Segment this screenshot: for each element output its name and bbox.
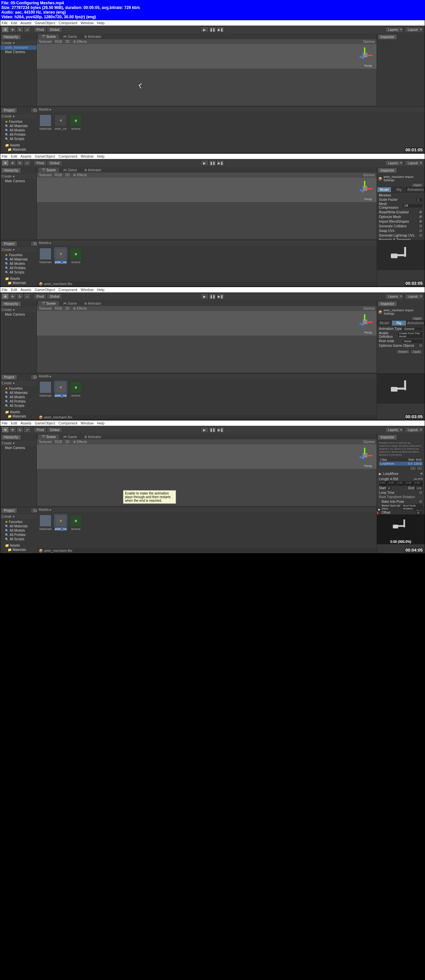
- fav-models[interactable]: 🔍All Models: [1, 528, 36, 533]
- animation-preview[interactable]: 0:00 (000.0%): [377, 514, 425, 544]
- menu-component[interactable]: Component: [58, 288, 77, 292]
- menu-edit[interactable]: Edit: [11, 421, 17, 425]
- fav-models[interactable]: 🔍All Models: [1, 128, 36, 132]
- bake-pose-checkbox[interactable]: [419, 500, 423, 503]
- lightmap-checkbox[interactable]: [419, 233, 423, 237]
- favorites-folder[interactable]: ★Favorites: [1, 386, 36, 391]
- menu-assets[interactable]: Assets: [21, 421, 32, 425]
- menu-assets[interactable]: Assets: [21, 21, 32, 25]
- persp-label[interactable]: Persp: [364, 197, 372, 201]
- start-input[interactable]: 0: [387, 487, 391, 490]
- effects-dropdown[interactable]: Effects: [77, 440, 87, 444]
- move-tool[interactable]: ✢: [9, 27, 16, 32]
- scene-viewport[interactable]: Persp: [37, 44, 377, 105]
- based-upon-dropdown[interactable]: Root Node Rotation: [402, 504, 423, 510]
- step-button[interactable]: ▶❚: [216, 160, 224, 166]
- hierarchy-item-camera[interactable]: Main Camera: [0, 179, 36, 183]
- animations-tab[interactable]: Animations: [406, 187, 425, 192]
- menu-gameobject[interactable]: GameObject: [35, 288, 56, 292]
- project-create[interactable]: Create: [2, 115, 12, 118]
- fav-models[interactable]: 🔍All Models: [1, 261, 36, 266]
- hand-tool[interactable]: ✥: [2, 27, 9, 32]
- colliders-checkbox[interactable]: [419, 224, 423, 228]
- step-button[interactable]: ▶❚: [216, 27, 224, 32]
- revert-button[interactable]: Revert: [396, 350, 410, 354]
- menu-help[interactable]: Help: [97, 288, 105, 292]
- hand-tool[interactable]: ✥: [2, 427, 9, 433]
- project-tab[interactable]: Project: [1, 374, 17, 380]
- animator-tab[interactable]: ⚙ Animator: [81, 168, 105, 173]
- step-button[interactable]: ▶❚: [216, 293, 224, 299]
- gizmos-dropdown[interactable]: Gizmos: [363, 440, 374, 444]
- scene-viewport[interactable]: Persp: [37, 444, 377, 506]
- shading-mode[interactable]: Textured: [39, 307, 51, 310]
- game-tab[interactable]: 🎮 Game: [60, 34, 80, 39]
- create-dropdown[interactable]: Create: [2, 441, 12, 445]
- fav-prefabs[interactable]: 🔍All Prefabs: [1, 132, 36, 137]
- layers-dropdown[interactable]: Layers: [385, 27, 403, 32]
- rotate-tool[interactable]: ↻: [16, 160, 24, 166]
- render-mode[interactable]: RGB: [55, 307, 62, 310]
- fav-prefabs[interactable]: 🔍All Prefabs: [1, 533, 36, 537]
- fav-materials[interactable]: 🔍All Materials: [1, 391, 36, 395]
- create-dropdown[interactable]: Create: [2, 175, 12, 178]
- anim-type-dropdown[interactable]: Generic: [403, 327, 423, 331]
- scene-viewport[interactable]: Persp: [37, 311, 377, 372]
- shading-mode[interactable]: Textured: [39, 40, 51, 43]
- scale-tool[interactable]: ⤢: [24, 293, 31, 299]
- move-tool[interactable]: ✢: [9, 293, 16, 299]
- fav-scripts[interactable]: 🔍All Scripts: [1, 537, 36, 541]
- scale-factor-input[interactable]: 1: [416, 198, 423, 202]
- 2d-toggle[interactable]: 2D: [65, 440, 70, 444]
- hierarchy-item-camera[interactable]: Main Camera: [0, 50, 36, 54]
- rotate-tool[interactable]: ↻: [16, 27, 24, 32]
- scale-tool[interactable]: ⤢: [24, 27, 31, 32]
- materials-folder[interactable]: 📁Materials: [1, 281, 36, 285]
- project-tab[interactable]: Project: [1, 241, 17, 247]
- fav-scripts[interactable]: 🔍All Scripts: [1, 270, 36, 274]
- inspector-tab[interactable]: Inspector: [377, 301, 397, 307]
- scene-tab[interactable]: 🎬 Scene: [38, 301, 59, 306]
- rig-tab[interactable]: Rig: [392, 320, 406, 326]
- orientation-gizmo[interactable]: [357, 314, 373, 331]
- fav-materials[interactable]: 🔍All Materials: [1, 524, 36, 528]
- fav-materials[interactable]: 🔍All Materials: [1, 124, 36, 128]
- clip-title[interactable]: LoopMove: [383, 472, 398, 476]
- menu-component[interactable]: Component: [58, 154, 77, 158]
- add-clip-button[interactable]: +: [410, 466, 416, 471]
- hierarchy-item-camera[interactable]: Main Camera: [0, 446, 36, 450]
- materials-folder[interactable]: 📁Materials: [1, 414, 36, 418]
- asset-mecharm[interactable]: ⚙anim_mech...: [55, 381, 67, 397]
- hierarchy-tab[interactable]: Hierarchy: [1, 301, 21, 307]
- menu-edit[interactable]: Edit: [11, 288, 17, 292]
- pivot-toggle[interactable]: Pivot: [33, 427, 47, 433]
- clip-row-loopmove[interactable]: LoopMove0.0 119.0: [379, 461, 423, 466]
- gizmos-dropdown[interactable]: Gizmos: [363, 307, 374, 310]
- asset-texture[interactable]: ▦texture: [70, 115, 82, 130]
- asset-preview[interactable]: [377, 374, 425, 404]
- asset-materials-folder[interactable]: Materials: [40, 381, 51, 397]
- root-node-dropdown[interactable]: None: [403, 339, 423, 343]
- avatar-dropdown[interactable]: Create From This Model: [398, 332, 423, 338]
- menu-file[interactable]: File: [2, 288, 8, 292]
- 2d-toggle[interactable]: 2D: [65, 173, 70, 177]
- pause-button[interactable]: ❚❚: [209, 293, 216, 299]
- assets-folder[interactable]: 📁Assets: [1, 143, 36, 147]
- menu-file[interactable]: File: [2, 21, 8, 25]
- layers-dropdown[interactable]: Layers: [385, 294, 403, 299]
- mesh-compression-dropdown[interactable]: Off: [403, 204, 423, 207]
- hierarchy-tab[interactable]: Hierarchy: [1, 34, 21, 40]
- move-tool[interactable]: ✢: [9, 160, 16, 166]
- menu-window[interactable]: Window: [81, 21, 94, 25]
- fav-scripts[interactable]: 🔍All Scripts: [1, 137, 36, 141]
- assets-folder[interactable]: 📁Assets: [1, 410, 36, 414]
- fav-prefabs[interactable]: 🔍All Prefabs: [1, 399, 36, 404]
- assets-breadcrumb[interactable]: Assets: [39, 108, 49, 111]
- game-tab[interactable]: 🎮 Game: [60, 168, 80, 173]
- menubar[interactable]: FileEditAssetsGameObjectComponentWindowH…: [0, 420, 425, 426]
- favorites-folder[interactable]: ★Favorites: [1, 253, 36, 257]
- animator-tab[interactable]: ⚙ Animator: [81, 434, 105, 439]
- gizmos-dropdown[interactable]: Gizmos: [363, 40, 374, 43]
- blendshapes-checkbox[interactable]: ✓: [419, 220, 423, 223]
- remove-clip-button[interactable]: −: [416, 466, 423, 471]
